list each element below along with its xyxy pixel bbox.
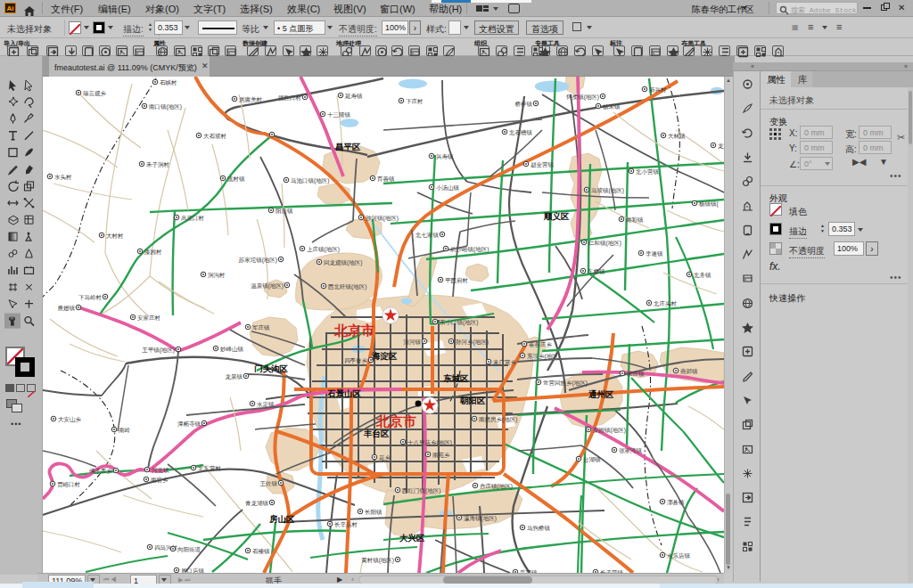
svg-text:桥梓镇: 桥梓镇 <box>514 101 533 107</box>
svg-text:王平镇(地区): 王平镇(地区) <box>142 347 175 354</box>
svg-text:大安山乡: 大安山乡 <box>58 416 82 423</box>
svg-text:上庄镇(地区): 上庄镇(地区) <box>307 246 340 253</box>
svg-text:龙泉镇: 龙泉镇 <box>226 373 243 380</box>
svg-text:房山区: 房山区 <box>268 514 295 524</box>
svg-text:军庄镇: 军庄镇 <box>252 324 270 331</box>
svg-text:李遂镇: 李遂镇 <box>646 250 663 257</box>
svg-text:杨宋镇: 杨宋镇 <box>602 103 621 110</box>
svg-text:东坝乡(地区): 东坝乡(地区) <box>527 353 560 360</box>
svg-text:北庄头村: 北庄头村 <box>654 300 677 307</box>
svg-text:张家湾镇: 张家湾镇 <box>619 447 643 454</box>
svg-text:十三陵镇: 十三陵镇 <box>327 111 351 118</box>
svg-text:海淀区: 海淀区 <box>371 351 398 361</box>
svg-text:车桥镇: 车桥镇 <box>588 268 605 274</box>
svg-text:十八里店乡(地区): 十八里店乡(地区) <box>407 439 452 446</box>
svg-text:石景山区: 石景山区 <box>326 388 362 398</box>
svg-text:石峡村: 石峡村 <box>160 79 177 86</box>
svg-text:东小口镇(地区): 东小口镇(地区) <box>440 319 478 326</box>
svg-text:仁和镇(地区): 仁和镇(地区) <box>588 240 621 247</box>
svg-text:朝阳区: 朝阳区 <box>459 396 486 405</box>
svg-text:漆园村: 漆园村 <box>144 249 162 256</box>
svg-text:苏家坨镇(地区): 苏家坨镇(地区) <box>238 257 277 264</box>
svg-text:杨镇镇(: 杨镇镇( <box>698 200 720 208</box>
svg-text:沙河镇(地区): 沙河镇(地区) <box>366 215 399 222</box>
svg-text:流村镇: 流村镇 <box>227 176 245 183</box>
svg-text:居庸关村: 居庸关村 <box>239 96 262 103</box>
svg-text:瀛海镇(地区): 瀛海镇(地区) <box>464 515 497 522</box>
svg-text:贾峪口村: 贾峪口村 <box>57 481 80 488</box>
svg-text:大村村: 大村村 <box>106 233 124 240</box>
svg-text:通州区: 通州区 <box>588 389 614 399</box>
svg-text:温泉镇(地区): 温泉镇(地区) <box>251 282 284 290</box>
svg-text:南窖乡: 南窖乡 <box>151 477 169 484</box>
svg-text:大石坡村: 大石坡村 <box>203 133 226 140</box>
svg-text:北石槽镇: 北石槽镇 <box>509 129 533 136</box>
svg-text:来广营乡: 来广营乡 <box>493 359 517 366</box>
svg-text:长辛店村: 长辛店村 <box>334 521 358 528</box>
svg-text:小汤山镇: 小汤山镇 <box>436 184 460 192</box>
svg-text:北京市: 北京市 <box>333 323 374 338</box>
svg-text:西北旺镇(地区): 西北旺镇(地区) <box>327 283 366 290</box>
svg-text:南苑乡: 南苑乡 <box>432 452 450 459</box>
svg-text:佛子庄乡: 佛子庄乡 <box>89 468 113 475</box>
svg-text:北京市: 北京市 <box>375 413 416 429</box>
svg-text:南岭: 南岭 <box>119 427 131 433</box>
svg-text:龙湾屯: 龙湾屯 <box>718 143 724 150</box>
svg-text:兴寿镇: 兴寿镇 <box>436 153 454 160</box>
svg-text:马池口镇(地区): 马池口镇(地区) <box>291 177 329 184</box>
svg-text:延寿镇: 延寿镇 <box>345 93 363 99</box>
svg-text:赵全营镇: 赵全营镇 <box>531 161 555 168</box>
svg-text:漷县镇: 漷县镇 <box>667 499 685 506</box>
svg-text:北务镇: 北务镇 <box>694 272 711 279</box>
svg-text:孙河乡(地区): 孙河乡(地区) <box>456 339 489 346</box>
svg-text:新兴村: 新兴村 <box>649 86 667 94</box>
svg-text:北七家镇: 北七家镇 <box>415 232 440 239</box>
svg-text:北小营镇: 北小营镇 <box>636 168 660 176</box>
svg-text:马驹桥镇: 马驹桥镇 <box>527 525 551 531</box>
svg-text:妙峰山镇: 妙峰山镇 <box>220 346 244 353</box>
svg-text:潭柘寺镇: 潭柘寺镇 <box>177 421 202 428</box>
svg-text:水头村: 水头村 <box>54 174 72 181</box>
svg-text:瑞云观乡: 瑞云观乡 <box>83 90 107 97</box>
svg-text:崔各庄乡: 崔各庄乡 <box>529 341 553 348</box>
svg-text:东城区: 东城区 <box>442 373 469 383</box>
svg-text:黄村镇(地区): 黄村镇(地区) <box>361 557 394 564</box>
svg-text:大林镇: 大林镇 <box>668 133 686 139</box>
svg-text:丰台区: 丰台区 <box>363 429 390 438</box>
svg-text:百善镇: 百善镇 <box>377 176 395 183</box>
svg-text:马坡镇(地区): 马坡镇(地区) <box>591 187 624 194</box>
svg-text:顺义区: 顺义区 <box>543 211 570 221</box>
svg-text:雁翅镇: 雁翅镇 <box>58 305 76 312</box>
svg-text:青龙湖镇: 青龙湖镇 <box>245 500 269 506</box>
svg-text:向阳街道: 向阳街道 <box>177 546 202 553</box>
svg-text:德胜口村: 德胜口村 <box>278 94 301 102</box>
svg-text:南磨房乡(地区): 南磨房乡(地区) <box>479 416 517 423</box>
svg-text:亦庄镇(地区): 亦庄镇(地区) <box>480 483 513 490</box>
svg-text:南彩镇: 南彩镇 <box>626 216 644 224</box>
svg-text:下马岭村: 下马岭村 <box>78 294 102 301</box>
svg-text:长阳镇: 长阳镇 <box>365 509 382 516</box>
svg-text:宋庄镇: 宋庄镇 <box>627 371 645 377</box>
svg-text:禾子涧村: 禾子涧村 <box>146 161 169 168</box>
svg-text:北车营村: 北车营村 <box>198 465 221 472</box>
svg-text:门头沟区: 门头沟区 <box>254 363 289 373</box>
svg-text:安家庄村: 安家庄村 <box>137 314 160 322</box>
svg-text:常营回族乡(地区): 常营回族乡(地区) <box>543 380 588 387</box>
svg-text:梨园镇(地区): 梨园镇(地区) <box>593 427 626 434</box>
svg-text:王佐镇: 王佐镇 <box>260 480 278 486</box>
svg-text:后沙峪镇(地区): 后沙峪镇(地区) <box>450 246 489 253</box>
svg-text:高崖口村: 高崖口村 <box>181 215 204 222</box>
svg-text:大兴区: 大兴区 <box>399 533 425 543</box>
svg-text:昌平区: 昌平区 <box>335 142 361 151</box>
svg-text:永乐店镇: 永乐店镇 <box>667 552 691 559</box>
svg-text:台湖镇: 台湖镇 <box>583 456 601 463</box>
svg-text:石楼镇: 石楼镇 <box>252 548 270 554</box>
svg-text:清河镇: 清河镇 <box>404 339 422 346</box>
svg-text:永定镇: 永定镇 <box>257 401 275 408</box>
svg-text:四季青乡: 四季青乡 <box>344 357 368 364</box>
svg-text:下庄村: 下庄村 <box>406 98 424 105</box>
svg-text:回龙观镇(地区): 回龙观镇(地区) <box>324 259 362 266</box>
svg-text:怀柔镇(地区): 怀柔镇(地区) <box>565 94 599 101</box>
svg-text:南口镇(地区): 南口镇(地区) <box>149 103 182 110</box>
svg-text:河北镇: 河北镇 <box>152 467 169 474</box>
